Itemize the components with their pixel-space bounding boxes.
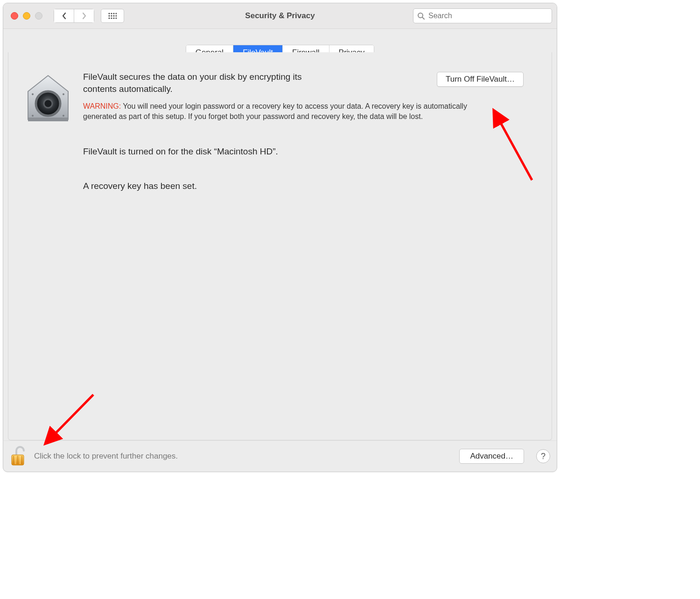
search-input[interactable]: [427, 11, 548, 21]
svg-point-2: [113, 13, 114, 14]
minimize-window-button[interactable]: [23, 12, 30, 20]
window-controls: [11, 12, 42, 20]
help-button[interactable]: ?: [536, 449, 550, 463]
search-field[interactable]: [413, 8, 552, 23]
warning-text: You will need your login password or a r…: [83, 102, 467, 120]
svg-point-5: [111, 15, 112, 16]
back-button[interactable]: [54, 9, 74, 23]
svg-point-18: [63, 93, 64, 95]
filevault-description: FileVault secures the data on your disk …: [83, 71, 335, 95]
svg-point-6: [113, 15, 114, 16]
zoom-window-button: [35, 12, 42, 20]
unlocked-lock-icon: [10, 446, 27, 467]
svg-point-10: [113, 17, 114, 19]
titlebar: Security & Privacy: [3, 3, 557, 29]
chevron-left-icon: [62, 12, 67, 20]
svg-rect-14: [28, 118, 68, 121]
filevault-status: FileVault is turned on for the disk “Mac…: [83, 146, 538, 157]
search-icon: [417, 12, 425, 20]
grid-icon: [108, 13, 117, 19]
panel-wrap: FileVault secures the data on your disk …: [3, 52, 557, 440]
svg-point-17: [32, 93, 34, 95]
filevault-icon: [22, 73, 74, 124]
show-all-prefs-button[interactable]: [101, 9, 124, 23]
warning-label: WARNING:: [83, 102, 121, 110]
svg-point-19: [32, 115, 34, 117]
svg-point-4: [108, 15, 110, 16]
svg-point-1: [111, 13, 112, 14]
footer: Click the lock to prevent further change…: [3, 440, 557, 472]
filevault-text-column: FileVault secures the data on your disk …: [83, 71, 538, 191]
lock-button[interactable]: [10, 446, 27, 467]
svg-point-9: [111, 17, 112, 19]
svg-point-3: [115, 13, 117, 14]
advanced-button[interactable]: Advanced…: [459, 449, 524, 464]
nav-back-forward: [54, 9, 94, 23]
svg-point-7: [115, 15, 117, 16]
filevault-warning: WARNING: You will need your login passwo…: [83, 101, 494, 121]
forward-button[interactable]: [74, 9, 94, 23]
svg-point-20: [63, 115, 64, 117]
svg-point-16: [44, 99, 52, 108]
filevault-header-row: FileVault secures the data on your disk …: [22, 71, 538, 191]
close-window-button[interactable]: [11, 12, 18, 20]
svg-point-0: [108, 13, 110, 14]
svg-point-8: [108, 17, 110, 19]
recovery-key-status: A recovery key has been set.: [83, 181, 538, 191]
turn-off-filevault-button[interactable]: Turn Off FileVault…: [437, 72, 524, 87]
chevron-right-icon: [82, 12, 87, 20]
lock-hint: Click the lock to prevent further change…: [34, 452, 178, 461]
preferences-window: Security & Privacy General FileVault Fir…: [3, 3, 557, 472]
filevault-panel: FileVault secures the data on your disk …: [8, 52, 552, 440]
svg-line-13: [422, 17, 424, 19]
svg-point-11: [115, 17, 117, 19]
